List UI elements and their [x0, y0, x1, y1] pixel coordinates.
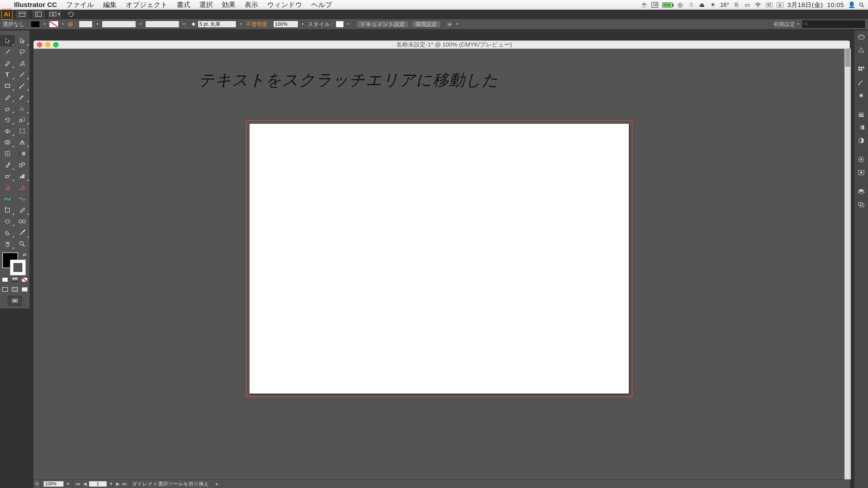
graphic-style-dropdown[interactable] — [346, 21, 350, 27]
stroke-dropdown[interactable] — [61, 21, 65, 27]
app-logo-icon[interactable]: Ai — [1, 8, 13, 20]
calendar-icon[interactable]: 18 — [651, 2, 658, 8]
brush-dropdown[interactable] — [182, 21, 186, 27]
appbar-button-2[interactable] — [32, 10, 45, 19]
edit-toolbar-button[interactable] — [8, 296, 22, 306]
rotate-tool[interactable] — [0, 114, 15, 125]
window-zoom-button[interactable] — [53, 42, 59, 47]
stroke-width-input[interactable] — [79, 21, 92, 28]
type-tool[interactable]: T — [0, 69, 15, 80]
blend-tool[interactable] — [15, 159, 30, 170]
document-setup-button[interactable]: ドキュメント設定 — [356, 21, 409, 28]
align-to-dropdown[interactable] — [455, 21, 459, 27]
color-mode-gradient[interactable] — [10, 276, 20, 284]
screen-mode-presentation[interactable] — [20, 285, 30, 294]
artboard-prev[interactable]: ◀ — [82, 481, 88, 487]
blob-brush-tool[interactable] — [15, 92, 30, 103]
column-graph-tool[interactable] — [15, 170, 30, 182]
align-to-button[interactable]: ⇔ — [447, 21, 453, 27]
workspace-switcher[interactable]: 初期設定 — [774, 21, 799, 28]
color-panel-icon[interactable] — [854, 31, 868, 43]
window-minimize-button[interactable] — [45, 42, 51, 47]
add-anchor-tool[interactable] — [15, 182, 30, 193]
status-hint-menu[interactable]: ▸ — [214, 481, 220, 487]
brushes-panel-icon[interactable] — [854, 76, 868, 89]
zoom-input[interactable] — [43, 481, 64, 487]
menu-effect[interactable]: 効果 — [217, 0, 240, 9]
stroke-label[interactable]: 線 : — [68, 21, 76, 28]
symbol-sprayer-tool[interactable] — [0, 170, 15, 182]
gradient-panel-icon[interactable] — [854, 121, 868, 134]
artboard-index-input[interactable] — [89, 481, 107, 487]
perspective-grid-tool[interactable] — [15, 137, 30, 148]
stroke-panel-icon[interactable] — [854, 108, 868, 121]
fill-swatch[interactable] — [31, 21, 40, 27]
stroke-weight-dropdown[interactable] — [239, 21, 243, 27]
eyedropper-tool[interactable] — [0, 159, 15, 170]
user-icon[interactable]: 👤 — [848, 1, 855, 8]
stroke-weight-input[interactable] — [198, 21, 236, 28]
lasso-tool[interactable] — [15, 46, 30, 58]
artboard-first[interactable]: ⏮ — [75, 481, 81, 487]
artboard-tool[interactable] — [0, 204, 15, 216]
cc-icon[interactable]: ◎ — [677, 1, 684, 8]
shaper-tool[interactable] — [15, 103, 30, 114]
screen-mode-full[interactable] — [10, 285, 20, 294]
scale-tool[interactable] — [15, 114, 30, 125]
wifi-icon[interactable] — [755, 3, 762, 7]
fill-dropdown[interactable] — [42, 21, 46, 27]
menu-edit[interactable]: 編集 — [98, 0, 121, 9]
graphic-style-swatch[interactable] — [336, 21, 344, 27]
free-transform-tool[interactable] — [15, 125, 30, 137]
menu-object[interactable]: オブジェクト — [121, 0, 172, 9]
menu-select[interactable]: 選択 — [195, 0, 217, 9]
color-guide-panel-icon[interactable] — [854, 43, 868, 57]
artboard-index-dropdown[interactable]: ▾ — [108, 481, 114, 487]
swatches-panel-icon[interactable] — [854, 63, 868, 76]
menu-help[interactable]: ヘルプ — [307, 0, 337, 9]
menu-view[interactable]: 表示 — [240, 0, 263, 9]
display-icon[interactable]: ▭ — [744, 1, 751, 8]
graphic-styles-panel-icon[interactable] — [854, 166, 868, 179]
vertical-scrollbar[interactable] — [844, 49, 851, 480]
width-tool[interactable] — [0, 125, 15, 137]
menu-type[interactable]: 書式 — [172, 0, 195, 9]
vertical-scroll-thumb[interactable] — [845, 49, 850, 67]
ime-icon[interactable]: あ — [777, 2, 783, 7]
stroke-profile-dropdown[interactable] — [138, 21, 143, 27]
coffee-icon[interactable]: ☕ — [641, 1, 647, 8]
weather-icon[interactable]: ☀ — [709, 1, 716, 8]
slice-tool[interactable] — [15, 204, 30, 216]
pen-tool[interactable] — [0, 58, 15, 69]
zoom-tool[interactable] — [15, 238, 30, 250]
eject-icon[interactable]: ⏏ — [699, 1, 705, 8]
layers-panel-icon[interactable] — [854, 185, 868, 198]
artboard-next[interactable]: ▶ — [115, 481, 121, 487]
rectangle-tool[interactable] — [0, 80, 15, 92]
menu-app[interactable]: Illustrator CC — [9, 1, 61, 8]
hand-tool[interactable] — [0, 238, 15, 250]
menubar-date[interactable]: 3月18日(金) — [787, 1, 823, 9]
preferences-button[interactable]: 環境設定 — [411, 21, 441, 28]
stroke-profile-input[interactable] — [102, 21, 136, 28]
canvas[interactable]: テキストをスクラッチエリアに移動した — [33, 49, 850, 480]
battery-percent-icon[interactable]: 92 — [766, 3, 773, 7]
transparency-panel-icon[interactable] — [854, 134, 868, 147]
spotlight-icon[interactable] — [859, 2, 866, 8]
gradient-tool[interactable] — [15, 148, 30, 159]
magic-wand-tool[interactable] — [0, 46, 15, 58]
menubar-time[interactable]: 10:05 — [827, 1, 844, 8]
knife-tool[interactable] — [15, 227, 30, 238]
clipboard-icon[interactable]: ⎘ — [733, 1, 740, 8]
zoom-dropdown[interactable]: ▾ — [65, 481, 70, 487]
artboard[interactable] — [250, 124, 629, 394]
ellipse-extra-tool[interactable] — [0, 216, 15, 227]
fill-stroke-control[interactable]: ⇄ — [0, 251, 30, 276]
scratch-text-object[interactable]: テキストをスクラッチエリアに移動した — [198, 70, 499, 91]
shape-builder-tool[interactable] — [0, 137, 15, 148]
live-paint-bucket-tool[interactable] — [0, 227, 15, 238]
appbar-button-1[interactable] — [16, 10, 29, 19]
opacity-input[interactable] — [273, 21, 298, 28]
smooth-tool-cyan[interactable] — [0, 193, 15, 204]
artboard-last[interactable]: ⏭ — [122, 481, 127, 487]
